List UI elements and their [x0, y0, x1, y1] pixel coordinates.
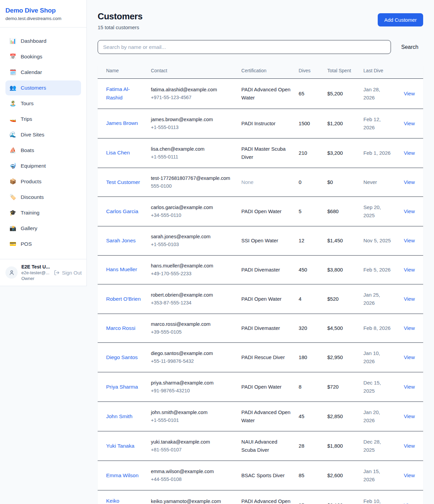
nav-item-icon: 👥: [9, 84, 16, 92]
customer-name-link[interactable]: Carlos Garcia: [106, 208, 138, 214]
avatar: [5, 266, 18, 279]
customer-phone: +971-55-123-4567: [151, 94, 233, 101]
customer-name-link[interactable]: Lisa Chen: [106, 150, 130, 155]
sidebar-item-products[interactable]: 📦 Products: [5, 174, 81, 189]
customer-total-spent: $4,500: [323, 314, 359, 343]
customer-name-link[interactable]: Hans Mueller: [106, 266, 137, 272]
customer-phone: +1-555-0113: [151, 124, 233, 131]
view-link[interactable]: View: [404, 150, 415, 156]
nav-item-icon: 📊: [9, 37, 16, 45]
sidebar-item-label: Products: [21, 178, 41, 185]
sidebar-item-boats[interactable]: ⛵ Boats: [5, 143, 81, 158]
table-row: Sarah Jones sarah.jones@example.com +1-5…: [98, 226, 423, 255]
view-link[interactable]: View: [404, 325, 415, 331]
table-row: Fatima Al-Rashid fatima.alrashid@example…: [98, 79, 423, 109]
customer-email: james.brown@example.com: [151, 116, 233, 124]
sidebar-item-discounts[interactable]: 🏷️ Discounts: [5, 190, 81, 205]
sidebar-item-dashboard[interactable]: 📊 Dashboard: [5, 34, 81, 49]
customer-dives: 85: [295, 461, 323, 490]
view-link[interactable]: View: [404, 238, 415, 243]
sidebar-item-label: Trips: [21, 115, 32, 123]
sidebar-item-equipment[interactable]: 🤿 Equipment: [5, 158, 81, 173]
customer-email: marco.rossi@example.com: [151, 320, 233, 328]
sidebar-item-gallery[interactable]: 📸 Gallery: [5, 221, 81, 236]
sidebar-item-customers[interactable]: 👥 Customers: [5, 80, 81, 95]
shop-name: Demo Dive Shop: [5, 7, 81, 14]
customer-name-link[interactable]: Keiko Yamamoto: [106, 498, 131, 504]
search-input[interactable]: [98, 40, 391, 54]
customer-phone: +353-87-555-1234: [151, 299, 233, 307]
sidebar-header: Demo Dive Shop demo.test.divestreams.com: [0, 0, 86, 27]
table-row: Marco Rossi marco.rossi@example.com +39-…: [98, 314, 423, 343]
sidebar-item-trips[interactable]: 🚤 Trips: [5, 112, 81, 127]
customer-dives: 4: [295, 284, 323, 314]
customer-certification: PADI Advanced Open Water: [237, 490, 295, 504]
customer-name-link[interactable]: James Brown: [106, 120, 138, 126]
view-link[interactable]: View: [404, 502, 415, 504]
search-button[interactable]: Search: [396, 41, 423, 53]
sidebar-item-label: Bookings: [21, 53, 42, 60]
view-link[interactable]: View: [404, 384, 415, 390]
nav-item-icon: ⛵: [9, 146, 16, 154]
customer-name-link[interactable]: John Smith: [106, 413, 133, 419]
customer-name-link[interactable]: Yuki Tanaka: [106, 443, 134, 449]
customer-name-link[interactable]: Sarah Jones: [106, 238, 136, 243]
view-link[interactable]: View: [404, 296, 415, 302]
logout-icon: [54, 270, 60, 276]
nav-item-icon: 🚤: [9, 115, 16, 123]
add-customer-button[interactable]: Add Customer: [378, 13, 423, 26]
sidebar-item-label: Equipment: [21, 162, 46, 170]
sidebar-item-calendar[interactable]: 🗓️ Calendar: [5, 65, 81, 80]
user-email: e2e-tester@...: [21, 270, 50, 275]
column-header-name: Name: [98, 63, 147, 79]
customer-phone: +44-555-0108: [151, 475, 233, 483]
sign-out-label: Sign Out: [62, 270, 82, 276]
customer-name-link[interactable]: Priya Sharma: [106, 384, 138, 390]
customer-last-dive: Feb 8, 2026: [359, 314, 396, 343]
customer-phone: +1-555-0111: [151, 153, 233, 161]
customers-table: NameContactCertificationDivesTotal Spent…: [98, 63, 423, 504]
customer-certification: None: [237, 168, 295, 197]
sidebar-item-pos[interactable]: 💳 POS: [5, 237, 81, 251]
view-link[interactable]: View: [404, 179, 415, 185]
customer-dives: 210: [295, 138, 323, 168]
customer-last-dive: Nov 5, 2025: [359, 226, 396, 255]
customer-name-link[interactable]: Diego Santos: [106, 354, 138, 360]
customer-email: lisa.chen@example.com: [151, 145, 233, 153]
sidebar-item-tours[interactable]: 🏝️ Tours: [5, 96, 81, 111]
view-link[interactable]: View: [404, 267, 415, 273]
view-link[interactable]: View: [404, 208, 415, 214]
view-link[interactable]: View: [404, 120, 415, 126]
sign-out-button[interactable]: Sign Out: [54, 270, 82, 276]
sidebar-item-dive-sites[interactable]: 🌊 Dive Sites: [5, 127, 81, 142]
customer-name-link[interactable]: Emma Wilson: [106, 472, 139, 478]
view-link[interactable]: View: [404, 413, 415, 419]
view-link[interactable]: View: [404, 354, 415, 360]
customer-name-link[interactable]: Marco Rossi: [106, 325, 135, 331]
customer-email: carlos.garcia@example.com: [151, 204, 233, 211]
table-row: Yuki Tanaka yuki.tanaka@example.com +81-…: [98, 431, 423, 461]
sidebar-item-label: Dive Sites: [21, 131, 44, 138]
sidebar-item-training[interactable]: 🎓 Training: [5, 205, 81, 220]
sidebar-item-label: Calendar: [21, 68, 42, 76]
customer-last-dive: Jan 15, 2026: [359, 461, 396, 490]
customer-name-link[interactable]: Fatima Al-Rashid: [106, 86, 130, 100]
table-row: Priya Sharma priya.sharma@example.com +9…: [98, 372, 423, 402]
customer-name-link[interactable]: Test Customer: [106, 179, 140, 185]
sidebar: Demo Dive Shop demo.test.divestreams.com…: [0, 0, 87, 286]
view-link[interactable]: View: [404, 91, 415, 96]
person-icon: [8, 269, 15, 276]
table-row: Robert O'Brien robert.obrien@example.com…: [98, 284, 423, 314]
customer-last-dive: Sep 20, 2025: [359, 197, 396, 226]
customer-last-dive: Dec 28, 2025: [359, 431, 396, 461]
customer-name-link[interactable]: Robert O'Brien: [106, 296, 141, 302]
customer-total-spent: $2,850: [323, 402, 359, 431]
sidebar-item-bookings[interactable]: 📅 Bookings: [5, 49, 81, 64]
view-link[interactable]: View: [404, 472, 415, 478]
sidebar-item-label: Training: [21, 209, 39, 217]
customer-last-dive: Feb 1, 2026: [359, 138, 396, 168]
sidebar-footer: E2E Test U... e2e-tester@... Owner Sign …: [0, 259, 86, 286]
view-link[interactable]: View: [404, 443, 415, 449]
customer-certification: SSI Open Water: [237, 226, 295, 255]
customer-dives: 180: [295, 343, 323, 372]
